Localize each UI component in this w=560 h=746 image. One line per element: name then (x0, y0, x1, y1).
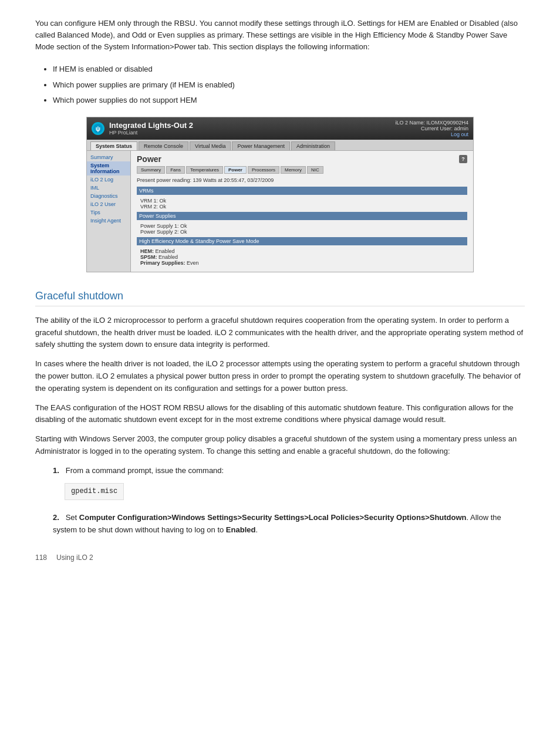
bullet-item-3: Which power supplies do not support HEM (53, 94, 525, 106)
step-2-text-end: . (255, 525, 258, 534)
ilo-nav-tab-remote-console[interactable]: Remote Console (139, 141, 188, 150)
ilo-sidebar: Summary System Information iLO 2 Log IML… (87, 151, 131, 272)
graceful-step-1: 1. From a command prompt, issue the comm… (53, 465, 525, 504)
ilo-sidebar-system-information[interactable]: System Information (87, 161, 130, 175)
ilo-psu2: Power Supply 2: Ok (140, 229, 464, 235)
ilo-psu1: Power Supply 1: Ok (140, 223, 464, 229)
bullet-item-1: If HEM is enabled or disabled (53, 63, 525, 75)
bullet-item-2: Which power supplies are primary (if HEM… (53, 79, 525, 91)
ilo-primary-label: Primary Supplies: (140, 260, 185, 266)
ilo-page-title-bar: Power ? (137, 154, 467, 164)
ilo-nav-tab-administration[interactable]: Administration (291, 141, 335, 150)
ilo-subtab-processors[interactable]: Processors (248, 166, 279, 174)
ilo-subtab-temperatures[interactable]: Temperatures (186, 166, 223, 174)
ilo-hem-value: Enabled (156, 248, 175, 254)
ilo-vrm2: VRM 2: Ok (140, 204, 464, 210)
ilo-subtitle: HP ProLiant (109, 130, 193, 136)
intro-paragraph: You can configure HEM only through the R… (35, 18, 525, 53)
ilo-nav-tab-system-status[interactable]: System Status (90, 141, 137, 150)
ilo-logout-link[interactable]: Log out (395, 131, 468, 137)
ilo-sidebar-iml[interactable]: IML (87, 184, 130, 192)
ilo-main-content: Power ? Summary Fans Temperatures Power … (131, 151, 473, 272)
graceful-shutdown-heading: Graceful shutdown (35, 290, 525, 306)
ilo-nav-bar: System Status Remote Console Virtual Med… (87, 140, 473, 151)
ilo-page-title-text: Power (137, 154, 161, 164)
ilo-sidebar-insight-agent[interactable]: Insight Agent (87, 217, 130, 225)
ilo-nav-tab-power-management[interactable]: Power Management (232, 141, 290, 150)
ilo-section-hem-header: High Efficiency Mode & Standby Power Sav… (137, 237, 467, 245)
ilo-spsm-value: Enabled (158, 254, 178, 260)
svg-text:ψ: ψ (96, 125, 100, 132)
graceful-paragraph-1: The ability of the iLO 2 microprocessor … (35, 315, 525, 351)
ilo-subtab-memory[interactable]: Memory (281, 166, 306, 174)
ilo-logo-icon: ψ (92, 122, 104, 135)
ilo-user-text: Current User: admin (395, 126, 468, 131)
ilo-hem-label: HEM: (140, 248, 154, 254)
ilo-sidebar-diagnostics[interactable]: Diagnostics (87, 192, 130, 200)
step-1-text: From a command prompt, issue the command… (66, 466, 224, 475)
ilo-subtab-power[interactable]: Power (224, 166, 247, 174)
ilo-vrm1: VRM 1: Ok (140, 198, 464, 204)
ilo-section-hem-content: HEM: Enabled SPSM: Enabled Primary Suppl… (137, 247, 467, 268)
ilo-header-left: ψ Integrated Lights-Out 2 HP ProLiant (92, 121, 193, 136)
ilo-help-button[interactable]: ? (459, 155, 467, 163)
ilo-spsm-label: SPSM: (140, 254, 157, 260)
ilo-power-reading: Present power reading: 139 Watts at 20:5… (137, 177, 467, 183)
step-2-bold-text: Computer Configuration>Windows Settings>… (79, 513, 467, 522)
ilo-header: ψ Integrated Lights-Out 2 HP ProLiant iL… (87, 117, 473, 140)
ilo-subtab-fans[interactable]: Fans (166, 166, 185, 174)
ilo-title-block: Integrated Lights-Out 2 HP ProLiant (109, 121, 193, 136)
footer-label: Using iLO 2 (56, 553, 93, 562)
ilo-sidebar-ilo2-user[interactable]: iLO 2 User (87, 200, 130, 208)
graceful-paragraph-4: Starting with Windows Server 2003, the c… (35, 433, 525, 458)
step-2-bold-text2: Enabled (226, 525, 256, 534)
graceful-step-2: 2. Set Computer Configuration>Windows Se… (53, 512, 525, 536)
ilo-subtab-nic[interactable]: NIC (307, 166, 323, 174)
ilo-hem-status: HEM: Enabled (140, 248, 464, 254)
graceful-paragraph-3: The EAAS configuration of the HOST ROM R… (35, 402, 525, 427)
ilo-section-psu-header: Power Supplies (137, 212, 467, 220)
step-2-text-before: Set (66, 513, 79, 522)
step-2-number: 2. (53, 513, 59, 522)
graceful-numbered-list: 1. From a command prompt, issue the comm… (47, 465, 525, 536)
ilo-main-title: Integrated Lights-Out 2 (109, 121, 193, 130)
ilo-section-vrms-header: VRMs (137, 187, 467, 195)
ilo-subtab-summary[interactable]: Summary (137, 166, 165, 174)
graceful-paragraph-2: In cases where the health driver is not … (35, 358, 525, 394)
ilo-header-right: iLO 2 Name: ILOMXQ90902H4 Current User: … (395, 120, 468, 137)
ilo-spsm-status: SPSM: Enabled (140, 254, 464, 260)
step-1-number: 1. (53, 466, 59, 475)
ilo-body: Summary System Information iLO 2 Log IML… (87, 151, 473, 272)
ilo-nav-tab-virtual-media[interactable]: Virtual Media (190, 141, 231, 150)
ilo-primary-value: Even (187, 260, 199, 266)
intro-bullet-list: If HEM is enabled or disabled Which powe… (53, 63, 525, 106)
page-footer: 118 Using iLO 2 (35, 553, 525, 562)
ilo-sidebar-tips[interactable]: Tips (87, 208, 130, 217)
ilo-subtab-bar: Summary Fans Temperatures Power Processo… (137, 166, 467, 174)
ilo-name-text: iLO 2 Name: ILOMXQ90902H4 (395, 120, 468, 126)
ilo-screenshot: ψ Integrated Lights-Out 2 HP ProLiant iL… (86, 117, 474, 272)
ilo-section-psu-content: Power Supply 1: Ok Power Supply 2: Ok (137, 222, 467, 237)
ilo-primary-supplies: Primary Supplies: Even (140, 260, 464, 266)
footer-page-number: 118 (35, 553, 47, 562)
step-1-code: gpedit.misc (65, 483, 124, 500)
ilo-sidebar-ilo2-log[interactable]: iLO 2 Log (87, 175, 130, 184)
ilo-section-vrms-content: VRM 1: Ok VRM 2: Ok (137, 197, 467, 212)
ilo-sidebar-summary[interactable]: Summary (87, 153, 130, 161)
